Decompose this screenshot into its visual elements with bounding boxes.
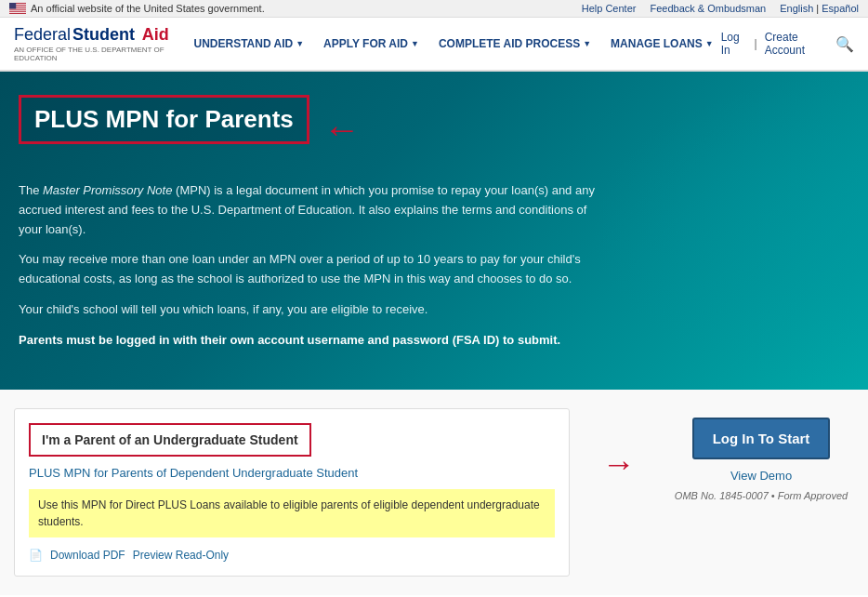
- preview-link[interactable]: Preview Read-Only: [133, 549, 229, 562]
- right-arrow-container: →: [588, 408, 650, 577]
- card-title-box: I'm a Parent of an Undergraduate Student: [29, 423, 311, 457]
- gov-official-text: An official website of the United States…: [31, 3, 265, 14]
- gov-banner-right: Help Center Feedback & Ombudsman English…: [582, 3, 859, 14]
- nav-complete-aid-process[interactable]: COMPLETE AID PROCESS ▼: [431, 33, 598, 55]
- nav-manage-loans[interactable]: MANAGE LOANS ▼: [603, 33, 721, 55]
- card-actions: 📄 Download PDF Preview Read-Only: [29, 549, 555, 562]
- gov-banner: An official website of the United States…: [0, 0, 868, 18]
- gov-banner-left: An official website of the United States…: [9, 3, 265, 14]
- card-title: I'm a Parent of an Undergraduate Student: [42, 432, 298, 447]
- apply-aid-chevron-icon: ▼: [411, 39, 419, 48]
- logo-subtitle: AN OFFICE OF THE U.S. DEPARTMENT OF EDUC…: [14, 46, 186, 62]
- left-arrow-icon: ←: [323, 111, 361, 148]
- title-with-arrow: PLUS MPN for Parents ←: [19, 95, 849, 163]
- page-title: PLUS MPN for Parents: [34, 105, 294, 134]
- plus-mpn-link[interactable]: PLUS MPN for Parents of Dependent Underg…: [29, 466, 555, 480]
- nav-understand-aid[interactable]: UNDERSTAND AID ▼: [186, 33, 311, 55]
- content-left: I'm a Parent of an Undergraduate Student…: [14, 408, 570, 577]
- pdf-icon: 📄: [29, 549, 43, 562]
- hero-paragraph-2: You may receive more than one loan under…: [19, 250, 595, 289]
- main-nav: UNDERSTAND AID ▼ APPLY FOR AID ▼ COMPLET…: [186, 33, 720, 55]
- espanol-link[interactable]: Español: [822, 3, 859, 14]
- main-content: I'm a Parent of an Undergraduate Student…: [0, 390, 868, 595]
- login-header-link[interactable]: Log In: [721, 31, 747, 57]
- english-link[interactable]: English: [780, 3, 813, 14]
- hero-paragraph-4: Parents must be logged in with their own…: [19, 331, 595, 351]
- svg-rect-5: [9, 10, 26, 11]
- site-header: Federal Student Aid AN OFFICE OF THE U.S…: [0, 18, 868, 72]
- logo-student: Student: [72, 25, 135, 45]
- right-arrow-icon: →: [602, 444, 636, 484]
- download-pdf-link[interactable]: Download PDF: [50, 549, 125, 562]
- svg-rect-7: [9, 3, 16, 8]
- card-highlight-text: Use this MPN for Direct PLUS Loans avail…: [29, 489, 555, 537]
- feedback-link[interactable]: Feedback & Ombudsman: [650, 3, 766, 14]
- svg-rect-4: [9, 8, 26, 9]
- us-flag-icon: [9, 3, 26, 14]
- parent-card: I'm a Parent of an Undergraduate Student…: [14, 408, 570, 577]
- hero-section: PLUS MPN for Parents ← The Master Promis…: [0, 72, 868, 390]
- logo-federal: Federal: [14, 25, 71, 45]
- understand-aid-chevron-icon: ▼: [296, 39, 304, 48]
- help-center-link[interactable]: Help Center: [582, 3, 637, 14]
- site-logo: Federal Student Aid AN OFFICE OF THE U.S…: [14, 25, 186, 62]
- nav-apply-for-aid[interactable]: APPLY FOR AID ▼: [316, 33, 427, 55]
- omb-text: OMB No. 1845-0007 • Form Approved: [675, 490, 848, 501]
- svg-rect-6: [9, 12, 26, 13]
- content-right: Log In To Start View Demo OMB No. 1845-0…: [668, 408, 854, 577]
- auth-area: Log In | Create Account 🔍: [721, 31, 854, 57]
- view-demo-link[interactable]: View Demo: [730, 469, 792, 483]
- language-links: English | Español: [780, 3, 859, 14]
- logo-aid: Aid: [142, 25, 169, 45]
- hero-paragraph-3: Your child's school will tell you which …: [19, 300, 595, 320]
- create-account-link[interactable]: Create Account: [765, 31, 828, 57]
- login-to-start-button[interactable]: Log In To Start: [692, 418, 831, 459]
- search-button[interactable]: 🔍: [835, 35, 854, 53]
- hero-title-box: PLUS MPN for Parents: [19, 95, 309, 144]
- logo-main: Federal Student Aid: [14, 25, 186, 45]
- manage-loans-chevron-icon: ▼: [705, 39, 714, 48]
- complete-aid-chevron-icon: ▼: [583, 39, 591, 48]
- hero-paragraph-1: The Master Promissory Note (MPN) is a le…: [19, 181, 595, 239]
